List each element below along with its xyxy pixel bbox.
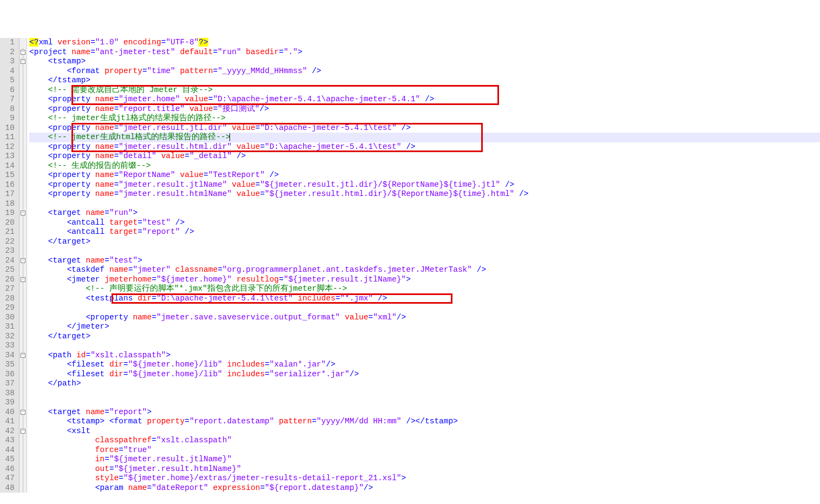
code-line[interactable]: classpathref="xslt.classpath" bbox=[29, 436, 820, 446]
line-number: 5 bbox=[3, 76, 15, 86]
code-line[interactable]: <property name="jmeter.result.htmlName" … bbox=[29, 189, 820, 199]
code-line[interactable] bbox=[29, 246, 820, 256]
line-number: 46 bbox=[3, 464, 15, 474]
line-number: 45 bbox=[3, 455, 15, 464]
line-number: 15 bbox=[3, 171, 15, 180]
code-editor[interactable]: 1234567891011121314151617181920212223242… bbox=[0, 38, 820, 493]
code-area[interactable]: <?xml version="1.0" encoding="UTF-8"?><p… bbox=[27, 38, 820, 493]
line-number: 1 bbox=[3, 38, 15, 48]
line-number: 41 bbox=[3, 417, 15, 427]
fold-toggle[interactable]: − bbox=[21, 59, 25, 64]
code-line[interactable]: <property name="jmeter.home" value="D:\a… bbox=[29, 95, 820, 104]
code-line[interactable]: <antcall target="test" /> bbox=[29, 218, 820, 228]
line-number: 26 bbox=[3, 275, 15, 285]
code-line[interactable]: <target name="test"> bbox=[29, 256, 820, 266]
line-number: 39 bbox=[3, 398, 15, 408]
line-number: 24 bbox=[3, 256, 15, 266]
line-number: 31 bbox=[3, 322, 15, 332]
code-line[interactable]: <property name="jmeter.result.html.dir" … bbox=[29, 142, 820, 152]
fold-toggle[interactable]: − bbox=[21, 211, 25, 215]
fold-toggle[interactable]: − bbox=[21, 50, 25, 55]
code-line[interactable]: <property name="jmeter.result.jtlName" v… bbox=[29, 180, 820, 190]
code-line[interactable]: <property name="jmeter.result.jtl.dir" v… bbox=[29, 123, 820, 133]
code-line[interactable]: out="${jmeter.result.htmlName}" bbox=[29, 464, 820, 474]
code-line[interactable]: <format property="time" pattern="_yyyy_M… bbox=[29, 67, 820, 76]
fold-toggle[interactable]: − bbox=[21, 429, 25, 434]
line-number: 11 bbox=[3, 133, 15, 142]
fold-column[interactable]: −−−−−−−− bbox=[19, 38, 27, 493]
line-number: 33 bbox=[3, 341, 15, 351]
line-number: 9 bbox=[3, 114, 15, 123]
text-cursor bbox=[229, 133, 230, 141]
code-line[interactable]: <target name="report"> bbox=[29, 408, 820, 417]
line-number: 23 bbox=[3, 246, 15, 256]
line-number: 19 bbox=[3, 208, 15, 218]
line-number: 34 bbox=[3, 351, 15, 361]
code-line[interactable]: <property name="detail" value="_detail" … bbox=[29, 152, 820, 161]
code-line[interactable]: </target> bbox=[29, 332, 820, 342]
line-number: 21 bbox=[3, 227, 15, 237]
code-line[interactable]: <!-- jmeter生成html格式的结果报告的路径--> bbox=[29, 133, 820, 142]
code-line[interactable]: <path id="xslt.classpath"> bbox=[29, 351, 820, 361]
code-line[interactable]: <fileset dir="${jmeter.home}/lib" includ… bbox=[29, 370, 820, 379]
line-number: 44 bbox=[3, 446, 15, 455]
line-number: 48 bbox=[3, 483, 15, 493]
line-number: 6 bbox=[3, 86, 15, 95]
code-line[interactable] bbox=[29, 389, 820, 398]
line-number: 28 bbox=[3, 294, 15, 304]
code-line[interactable]: <xslt bbox=[29, 427, 820, 436]
line-number: 40 bbox=[3, 408, 15, 417]
line-number: 2 bbox=[3, 48, 15, 57]
code-line[interactable]: in="${jmeter.result.jtlName}" bbox=[29, 455, 820, 464]
line-number: 30 bbox=[3, 313, 15, 323]
code-line[interactable]: force="true" bbox=[29, 446, 820, 455]
fold-toggle[interactable]: − bbox=[21, 410, 25, 415]
code-line[interactable] bbox=[29, 303, 820, 313]
line-number: 17 bbox=[3, 189, 15, 199]
line-number: 3 bbox=[3, 57, 15, 67]
fold-toggle[interactable]: − bbox=[21, 277, 25, 282]
code-line[interactable]: </path> bbox=[29, 379, 820, 389]
line-number: 7 bbox=[3, 95, 15, 104]
line-number: 27 bbox=[3, 284, 15, 294]
line-number: 22 bbox=[3, 237, 15, 247]
line-number: 14 bbox=[3, 161, 15, 171]
code-line[interactable]: <property name="report.title" value="接口测… bbox=[29, 104, 820, 114]
code-line[interactable]: <fileset dir="${jmeter.home}/lib" includ… bbox=[29, 360, 820, 370]
line-number: 13 bbox=[3, 152, 15, 161]
line-number: 4 bbox=[3, 67, 15, 76]
code-line[interactable]: style="${jmeter.home}/extras/jmeter-resu… bbox=[29, 474, 820, 483]
code-line[interactable]: <taskdef name="jmeter" classname="org.pr… bbox=[29, 265, 820, 275]
line-number: 10 bbox=[3, 123, 15, 133]
code-line[interactable]: <!-- jmeter生成jtl格式的结果报告的路径--> bbox=[29, 114, 820, 123]
line-number: 8 bbox=[3, 104, 15, 114]
code-line[interactable]: <project name="ant-jmeter-test" default=… bbox=[29, 48, 820, 57]
fold-toggle[interactable]: − bbox=[21, 258, 25, 263]
code-line[interactable]: <tstamp> <format property="report.datest… bbox=[29, 417, 820, 427]
code-line[interactable]: <!-- 需要改成自己本地的 Jmeter 目录--> bbox=[29, 86, 820, 95]
line-number: 29 bbox=[3, 303, 15, 313]
code-line[interactable]: </jmeter> bbox=[29, 322, 820, 332]
code-line[interactable]: <!-- 声明要运行的脚本"*.jmx"指包含此目录下的所有jmeter脚本--… bbox=[29, 284, 820, 294]
code-line[interactable]: <!-- 生成的报告的前缀--> bbox=[29, 161, 820, 171]
code-line[interactable] bbox=[29, 199, 820, 209]
fold-toggle[interactable]: − bbox=[21, 353, 25, 358]
line-number: 36 bbox=[3, 370, 15, 379]
code-line[interactable]: <?xml version="1.0" encoding="UTF-8"?> bbox=[29, 38, 820, 48]
code-line[interactable]: <testplans dir="D:\apache-jmeter-5.4.1\t… bbox=[29, 294, 820, 304]
code-line[interactable]: </target> bbox=[29, 237, 820, 247]
code-line[interactable]: <jmeter jmeterhome="${jmeter.home}" resu… bbox=[29, 275, 820, 285]
code-line[interactable] bbox=[29, 398, 820, 408]
code-line[interactable] bbox=[29, 341, 820, 351]
code-line[interactable]: <param name="dateReport" expression="${r… bbox=[29, 483, 820, 493]
code-line[interactable]: <property name="jmeter.save.saveservice.… bbox=[29, 313, 820, 323]
code-line[interactable]: <property name="ReportName" value="TestR… bbox=[29, 171, 820, 180]
code-line[interactable]: </tstamp> bbox=[29, 76, 820, 86]
code-line[interactable]: <tstamp> bbox=[29, 57, 820, 67]
code-line[interactable]: <antcall target="report" /> bbox=[29, 227, 820, 237]
line-number-gutter: 1234567891011121314151617181920212223242… bbox=[0, 38, 19, 493]
line-number: 35 bbox=[3, 360, 15, 370]
line-number: 18 bbox=[3, 199, 15, 209]
line-number: 20 bbox=[3, 218, 15, 228]
code-line[interactable]: <target name="run"> bbox=[29, 208, 820, 218]
